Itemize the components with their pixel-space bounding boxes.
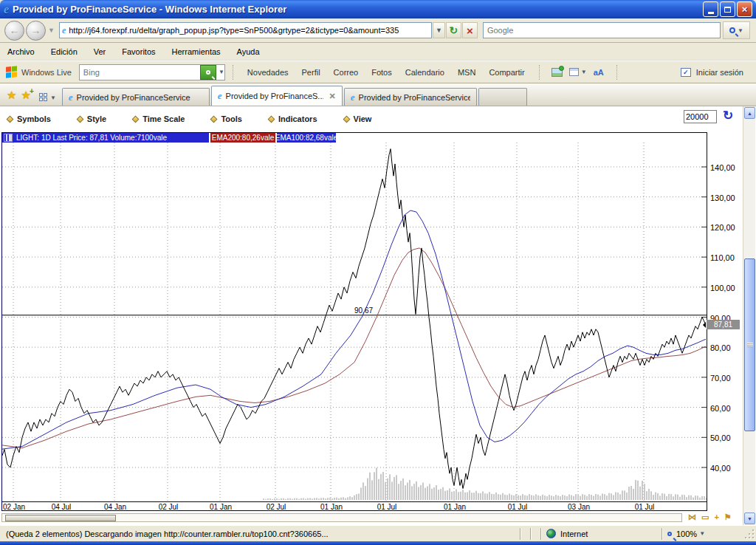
legend-ema100-badge[interactable]: EMA100:82,68vale <box>277 133 336 143</box>
zoom-in-icon[interactable]: + <box>714 513 718 522</box>
chart-toolbar: Symbols Style Time Scale Tools Indicator… <box>7 112 398 126</box>
price-axis-label: 60,00 <box>710 404 731 413</box>
menu-favoritos[interactable]: Favoritos <box>122 47 155 56</box>
live-link-novedades[interactable]: Novedades <box>247 68 289 77</box>
bing-search-box[interactable]: ▼ <box>79 64 225 80</box>
live-link-correo[interactable]: Correo <box>334 68 359 77</box>
chart-menu-symbols[interactable]: Symbols <box>7 114 51 123</box>
photo-pin-icon <box>551 68 563 77</box>
window-bottom-border <box>0 541 756 545</box>
ie-logo-icon: e <box>4 3 9 16</box>
status-separator <box>540 528 542 540</box>
chart-horizontal-scrollbar[interactable] <box>1 513 682 522</box>
close-button[interactable]: × <box>737 1 752 17</box>
forward-button[interactable]: → <box>26 21 46 41</box>
last-price-marker: 87,81 <box>707 320 740 329</box>
tab-label: Provided by ProFinanceService <box>77 93 190 102</box>
refresh-button[interactable]: ↻ <box>446 22 461 38</box>
translate-button[interactable]: aA <box>590 64 608 80</box>
menu-edicion[interactable]: Edición <box>51 47 78 56</box>
close-icon: × <box>742 4 748 14</box>
date-axis-label: 03 Jan <box>568 503 590 511</box>
tab-1[interactable]: e Provided by ProFinanceService <box>62 88 210 106</box>
menu-bar: Archivo Edición Ver Favoritos Herramient… <box>0 43 756 61</box>
zoom-out-icon[interactable]: ▭ <box>701 513 709 522</box>
web-search-input[interactable] <box>487 26 716 35</box>
favorites-star-icon[interactable]: ★ <box>7 89 16 102</box>
legend-settings-icon[interactable] <box>4 134 13 142</box>
date-axis-label: 04 Jul <box>52 503 72 511</box>
price-axis-label: 40,00 <box>710 464 731 473</box>
vscroll-thumb[interactable] <box>744 258 755 431</box>
scroll-down-icon[interactable]: ▼ <box>744 513 755 524</box>
search-dropdown-icon[interactable]: ▼ <box>738 27 743 34</box>
menu-ver[interactable]: Ver <box>94 47 106 56</box>
chart-menu-indicators[interactable]: Indicators <box>269 114 317 123</box>
hscroll-thumb[interactable] <box>5 515 116 521</box>
fit-width-icon[interactable]: ⋈ <box>688 513 696 522</box>
windows-live-label: Windows Live <box>21 68 72 77</box>
date-axis-label: 01 Jul <box>635 503 655 511</box>
price-axis: 140,00130,00120,00110,00100,0090,0080,00… <box>710 106 743 525</box>
bing-search-input[interactable] <box>83 68 200 77</box>
add-favorite-icon[interactable]: ★+ <box>21 89 30 102</box>
live-link-fotos[interactable]: Fotos <box>371 68 392 77</box>
address-input[interactable] <box>69 26 429 35</box>
tab-2-active[interactable]: e Provided by ProFinanceS... ✕ <box>211 86 343 106</box>
form-dropdown-icon[interactable]: ▼ <box>581 69 587 75</box>
live-link-perfil[interactable]: Perfil <box>302 68 320 77</box>
navigation-bar: ← → ▼ e ▼ ↻ × ▼ <box>0 18 756 43</box>
quick-tabs-icon <box>39 93 48 102</box>
price-axis-label: 50,00 <box>710 433 731 442</box>
chart-menu-tools[interactable]: Tools <box>211 114 242 123</box>
minimize-button[interactable] <box>703 1 718 17</box>
restore-button[interactable] <box>720 1 735 17</box>
menu-archivo[interactable]: Archivo <box>7 47 35 56</box>
title-bar: e Provided by ProFinanceService - Window… <box>0 0 756 18</box>
web-search-box[interactable] <box>483 22 721 38</box>
status-message: (Queda 2 elementos) Descargando imagen h… <box>0 529 515 538</box>
address-bar[interactable]: e <box>59 22 432 38</box>
zoom-pane[interactable]: 100% ▼ <box>667 529 738 538</box>
tab-close-icon[interactable]: ✕ <box>329 92 336 101</box>
quick-tabs-button[interactable]: ▼ <box>39 93 56 102</box>
signin-button[interactable]: Iniciar sesión <box>696 68 743 77</box>
chart-menu-view[interactable]: View <box>344 114 372 123</box>
status-separator <box>530 528 532 540</box>
photo-pin-button[interactable] <box>549 64 566 80</box>
vertical-scrollbar[interactable]: ▲ ▼ <box>743 106 755 525</box>
zoom-dropdown-icon[interactable]: ▼ <box>699 530 705 537</box>
bing-search-button[interactable] <box>200 65 216 80</box>
history-dropdown-icon[interactable]: ▼ <box>48 27 55 34</box>
quick-tabs-dropdown-icon[interactable]: ▼ <box>50 95 56 101</box>
legend-ema200-badge[interactable]: EMA200:80,26vale <box>210 133 275 143</box>
live-link-msn[interactable]: MSN <box>458 68 475 77</box>
resize-grip[interactable] <box>744 529 755 539</box>
security-zone-label: Internet <box>560 529 588 538</box>
tab-3[interactable]: e Provided by ProFinanceService <box>344 88 477 106</box>
back-button[interactable]: ← <box>4 21 24 41</box>
restore-icon <box>724 7 731 13</box>
chart-legend: LIGHT: 1D Last Price: 87,81 Volume:7100v… <box>2 133 707 143</box>
live-link-compartir[interactable]: Compartir <box>489 68 524 77</box>
chart-menu-style[interactable]: Style <box>78 114 106 123</box>
chart-menu-time-scale[interactable]: Time Scale <box>133 114 185 123</box>
bing-dropdown-icon[interactable]: ▼ <box>219 69 224 75</box>
date-axis-label: 02 Jul <box>267 503 286 511</box>
flag-icon[interactable]: ⚑ <box>724 513 732 522</box>
menu-ayuda[interactable]: Ayuda <box>237 47 260 56</box>
scroll-up-icon[interactable]: ▲ <box>744 107 755 119</box>
search-icon <box>729 27 735 33</box>
address-dropdown-button[interactable]: ▼ <box>433 22 445 38</box>
date-axis-label: 01 Jan <box>320 503 343 511</box>
translate-icon: aA <box>594 68 604 77</box>
chart-bottom-controls: ⋈ ▭ + ⚑ <box>688 513 732 522</box>
search-button[interactable]: ▼ <box>723 21 750 39</box>
form-button[interactable]: ▼ <box>569 64 587 80</box>
live-link-calendario[interactable]: Calendario <box>405 68 444 77</box>
new-tab-stub[interactable] <box>478 88 527 106</box>
menu-herramientas[interactable]: Herramientas <box>172 47 221 56</box>
stop-button[interactable]: × <box>462 22 478 38</box>
date-axis-label: 01 Jul <box>377 503 397 511</box>
price-chart: 90,67 <box>2 143 707 501</box>
